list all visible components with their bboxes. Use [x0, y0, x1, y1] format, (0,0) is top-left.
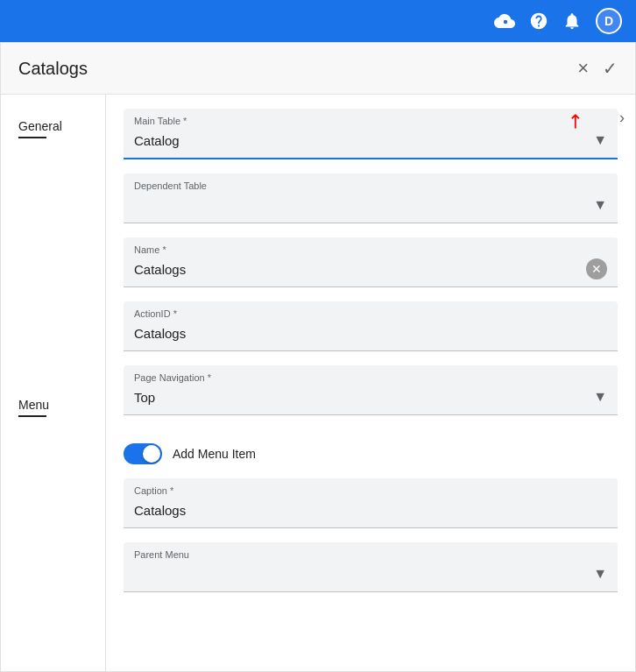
- user-avatar[interactable]: D: [596, 8, 622, 34]
- parent-menu-label: Parent Menu: [134, 549, 607, 560]
- main-table-label: Main Table *: [134, 116, 607, 126]
- name-field[interactable]: Name * Catalogs ✕: [124, 237, 618, 287]
- content-area: ‹ › Main Table * Catalog ▼ ↗ Dependent T…: [106, 95, 635, 671]
- add-menu-item-label: Add Menu Item: [173, 447, 256, 461]
- help-icon[interactable]: [529, 11, 548, 31]
- confirm-button[interactable]: ✓: [603, 58, 618, 79]
- main-panel: Catalogs × ✓ General Menu ‹ ›: [0, 42, 636, 672]
- close-button[interactable]: ×: [577, 57, 589, 80]
- general-label: General: [18, 119, 88, 133]
- name-label: Name *: [134, 244, 607, 255]
- panel-header-actions: × ✓: [577, 57, 618, 80]
- caption-field[interactable]: Caption * Catalogs: [124, 478, 618, 528]
- parent-menu-field[interactable]: Parent Menu ▼: [124, 542, 618, 592]
- page-navigation-dropdown-arrow[interactable]: ▼: [593, 389, 607, 405]
- bell-icon[interactable]: [562, 11, 582, 31]
- nav-next-arrow[interactable]: ›: [616, 105, 628, 131]
- main-table-value: Catalog ▼: [134, 130, 607, 151]
- main-table-field[interactable]: Main Table * Catalog ▼ ↗: [124, 109, 618, 159]
- sidebar-item-general[interactable]: General: [1, 112, 105, 145]
- sidebar-item-menu[interactable]: Menu: [1, 391, 105, 424]
- page-navigation-field[interactable]: Page Navigation * Top ▼: [124, 365, 618, 415]
- panel-header: Catalogs × ✓: [1, 43, 635, 95]
- action-id-value: Catalogs: [134, 322, 607, 343]
- general-underline: [18, 137, 46, 138]
- cloud-search-icon[interactable]: [494, 11, 515, 32]
- action-id-field[interactable]: ActionID * Catalogs: [124, 301, 618, 351]
- caption-label: Caption *: [134, 485, 607, 496]
- action-id-label: ActionID *: [134, 308, 607, 319]
- menu-underline: [18, 415, 46, 417]
- dependent-table-label: Dependent Table: [134, 180, 607, 191]
- dependent-table-field[interactable]: Dependent Table ▼: [124, 173, 618, 223]
- spacer: [124, 429, 618, 443]
- caption-value: Catalogs: [134, 499, 607, 520]
- topbar: D: [0, 0, 636, 42]
- add-menu-item-toggle[interactable]: [124, 443, 162, 464]
- dependent-table-value: ▼: [134, 195, 607, 216]
- menu-label: Menu: [18, 398, 88, 412]
- main-table-dropdown-arrow[interactable]: ▼: [593, 132, 607, 148]
- sidebar: General Menu: [1, 95, 106, 671]
- parent-menu-dropdown-arrow[interactable]: ▼: [593, 566, 607, 582]
- page-navigation-label: Page Navigation *: [134, 372, 607, 383]
- panel-body: General Menu ‹ › Main Table * Catalog ▼: [1, 95, 635, 671]
- parent-menu-value: ▼: [134, 563, 607, 584]
- add-menu-item-row: Add Menu Item: [124, 443, 618, 464]
- page-navigation-value: Top ▼: [134, 386, 607, 407]
- dependent-table-dropdown-arrow[interactable]: ▼: [593, 197, 607, 213]
- name-clear-button[interactable]: ✕: [586, 258, 607, 279]
- name-value: Catalogs ✕: [134, 258, 607, 279]
- toggle-thumb: [143, 445, 160, 463]
- panel-title: Catalogs: [18, 59, 88, 79]
